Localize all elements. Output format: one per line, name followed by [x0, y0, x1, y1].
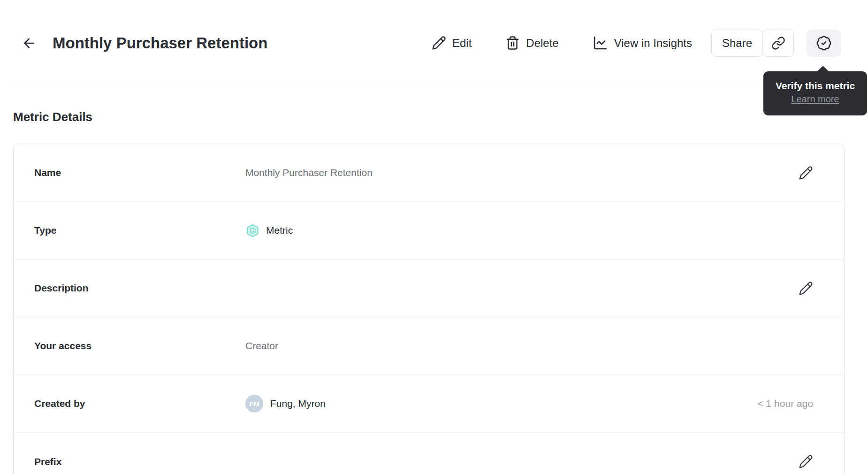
detail-row-type: Type Metric	[14, 202, 844, 260]
link-icon	[771, 36, 785, 50]
delete-button[interactable]: Delete	[505, 36, 558, 50]
trash-icon	[505, 36, 520, 50]
edit-description-button[interactable]	[798, 281, 813, 296]
page-title: Monthly Purchaser Retention	[53, 34, 267, 52]
pencil-icon	[432, 36, 446, 50]
creator-name: Fung, Myron	[270, 398, 326, 409]
header-divider	[8, 86, 860, 86]
row-label: Description	[34, 283, 245, 294]
back-button[interactable]	[21, 35, 37, 51]
share-button[interactable]: Share	[711, 30, 763, 57]
edit-prefix-button[interactable]	[798, 454, 813, 469]
view-in-insights-label: View in Insights	[614, 37, 692, 50]
view-in-insights-button[interactable]: View in Insights	[593, 35, 692, 51]
learn-more-link[interactable]: Learn more	[791, 92, 839, 106]
row-label: Type	[34, 225, 245, 236]
page-header: Monthly Purchaser Retention Edit Delete …	[0, 0, 868, 86]
row-label: Created by	[34, 398, 245, 409]
share-button-label: Share	[722, 37, 752, 50]
pencil-icon	[799, 166, 813, 180]
row-value: Metric	[245, 223, 813, 238]
verify-metric-button[interactable]	[807, 30, 841, 57]
delete-button-label: Delete	[526, 37, 558, 50]
section-title: Metric Details	[13, 110, 92, 124]
line-chart-icon	[593, 35, 608, 51]
type-value-label: Metric	[266, 225, 293, 236]
edit-button[interactable]: Edit	[432, 36, 472, 50]
arrow-left-icon	[22, 36, 37, 51]
row-value: Creator	[245, 340, 813, 352]
detail-row-name: Name Monthly Purchaser Retention	[14, 144, 844, 202]
detail-row-description: Description	[14, 260, 844, 317]
pencil-icon	[799, 454, 813, 469]
teal-hexagon-icon	[245, 223, 260, 238]
edit-name-button[interactable]	[798, 165, 813, 180]
row-label: Name	[34, 167, 245, 178]
avatar: FM	[245, 395, 263, 413]
verify-metric-tooltip: Verify this metric Learn more	[763, 71, 867, 115]
row-label: Your access	[34, 340, 245, 352]
pencil-icon	[799, 281, 813, 296]
verified-badge-icon	[816, 35, 832, 51]
detail-row-your-access: Your access Creator	[14, 317, 844, 375]
row-label: Prefix	[34, 456, 245, 467]
created-timestamp: < 1 hour ago	[757, 398, 813, 409]
tooltip-title: Verify this metric	[763, 79, 867, 92]
copy-link-button[interactable]	[762, 30, 794, 57]
row-value: FM Fung, Myron	[245, 395, 757, 413]
row-value: Monthly Purchaser Retention	[245, 167, 798, 178]
metric-details-card: Name Monthly Purchaser Retention Type	[13, 144, 845, 474]
detail-row-created-by: Created by FM Fung, Myron < 1 hour ago	[14, 375, 844, 433]
detail-row-prefix: Prefix	[14, 433, 844, 474]
edit-button-label: Edit	[452, 37, 472, 50]
